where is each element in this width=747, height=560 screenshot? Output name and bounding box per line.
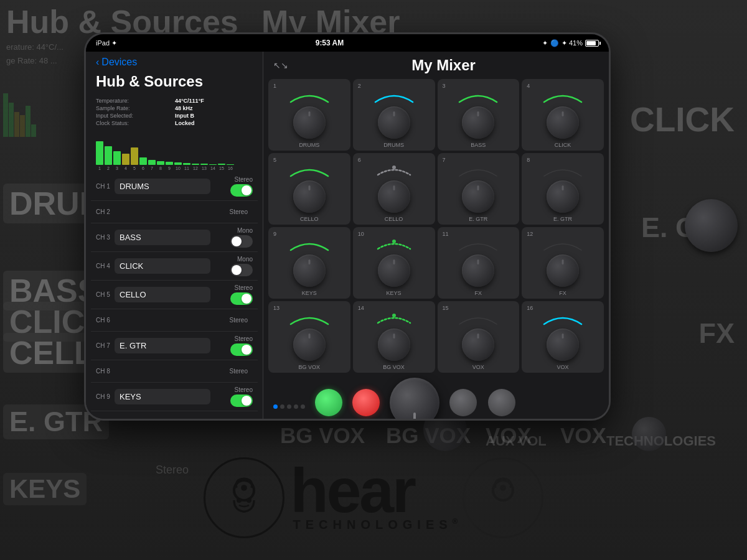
knob-1[interactable] bbox=[293, 106, 326, 139]
meter-bar-10 bbox=[174, 162, 182, 165]
mixer-channel-11[interactable]: 11 FX bbox=[438, 227, 520, 299]
ch-name-2[interactable]: BASS bbox=[115, 230, 210, 245]
meter-num-4: 4 bbox=[122, 166, 129, 170]
mixer-channel-1[interactable]: 1 DRUMS bbox=[268, 79, 350, 151]
knob-10[interactable] bbox=[378, 254, 410, 287]
ch-num-3: 3 bbox=[443, 83, 446, 89]
dot-2 bbox=[280, 404, 284, 409]
aux-vol-control[interactable]: AUX VOL bbox=[390, 378, 439, 419]
back-label[interactable]: Devices bbox=[101, 57, 137, 68]
ch-toggle-3[interactable] bbox=[230, 264, 253, 276]
arc-4 bbox=[542, 91, 584, 103]
intercom-label: INTERCOM bbox=[487, 418, 517, 419]
meter-bar-15 bbox=[218, 164, 225, 165]
pan-button[interactable] bbox=[315, 389, 342, 416]
ch-name-label-8: E. GTR bbox=[553, 216, 572, 222]
dot-3 bbox=[287, 404, 291, 409]
intercom-control[interactable]: INTERCOM bbox=[487, 389, 517, 419]
ch-name-0[interactable]: DRUMS bbox=[115, 179, 210, 194]
ch-num-8: 8 bbox=[527, 157, 530, 163]
mixer-channel-8[interactable]: 8 E. GTR bbox=[522, 153, 604, 225]
mixer-channel-3[interactable]: 3 BASS bbox=[438, 79, 520, 151]
ch-name-3[interactable]: CLICK bbox=[115, 258, 210, 274]
status-time: 9:53 AM bbox=[316, 39, 344, 47]
mixer-channel-5[interactable]: 5 CELLO bbox=[268, 153, 350, 225]
mixer-channel-15[interactable]: 15 VOX bbox=[438, 301, 520, 373]
meter-num-2: 2 bbox=[105, 166, 112, 170]
knob-5[interactable] bbox=[293, 180, 326, 213]
meter-bar-13 bbox=[200, 164, 208, 165]
knob-14[interactable] bbox=[378, 329, 410, 361]
dot-indicators bbox=[273, 404, 305, 409]
mixer-channel-9[interactable]: 9 KEYS bbox=[268, 227, 350, 299]
dot-5 bbox=[301, 404, 305, 409]
ch-name-6[interactable]: E. GTR bbox=[115, 338, 210, 353]
knob-16[interactable] bbox=[547, 329, 579, 361]
meter-bar-11 bbox=[183, 163, 190, 165]
preset-button[interactable] bbox=[449, 389, 477, 416]
knob-4[interactable] bbox=[547, 106, 579, 139]
mixer-channel-10[interactable]: 10 KEYS bbox=[353, 227, 435, 299]
ch-num-1: 1 bbox=[273, 83, 276, 89]
mixer-channel-7[interactable]: 7 E. GTR bbox=[438, 153, 520, 225]
preset-control[interactable]: PRESET bbox=[449, 389, 477, 419]
knob-2[interactable] bbox=[378, 106, 410, 139]
knob-15[interactable] bbox=[462, 329, 494, 361]
intercom-button[interactable] bbox=[488, 389, 515, 416]
mixer-channel-12[interactable]: 12 FX bbox=[522, 227, 604, 299]
channel-item-click[interactable]: CH 4 CLICK Mono bbox=[91, 252, 258, 281]
meter-bar-14 bbox=[209, 164, 217, 165]
aux-control[interactable]: AUX bbox=[352, 389, 380, 419]
ch-name-label-3: BASS bbox=[471, 142, 486, 148]
left-panel: ‹ Devices Hub & Sources Temperature: 44°… bbox=[86, 52, 263, 419]
knob-7[interactable] bbox=[462, 180, 494, 213]
knob-8[interactable] bbox=[547, 180, 579, 213]
channel-empty-8: CH 8Stereo bbox=[91, 360, 258, 383]
channel-item-e.gtr[interactable]: CH 7 E. GTR Stereo bbox=[91, 332, 258, 360]
mixer-channel-6[interactable]: 6 CELLO bbox=[353, 153, 435, 225]
mixer-bottom: PAN AUX AUX VOL PRESET INTERCOM bbox=[263, 373, 609, 419]
ch-num-16: 16 bbox=[527, 305, 533, 311]
meter-bar-16 bbox=[227, 164, 234, 165]
preset-label: PRESET bbox=[452, 418, 474, 419]
ch-toggle-2[interactable] bbox=[230, 235, 253, 248]
ch-toggle-4[interactable] bbox=[230, 292, 253, 305]
knob-9[interactable] bbox=[293, 254, 326, 287]
ch-name-8[interactable]: KEYS bbox=[115, 389, 210, 404]
aux-vol-knob[interactable] bbox=[390, 378, 439, 419]
mixer-channel-2[interactable]: 2 DRUMS bbox=[353, 79, 435, 151]
dot-1 bbox=[273, 404, 278, 409]
meter-num-10: 10 bbox=[174, 166, 182, 170]
status-right: ✦ 🔵 ✦ 41% bbox=[542, 39, 599, 47]
ch-toggle-0[interactable] bbox=[230, 184, 253, 197]
channel-item-drums[interactable]: CH 1 DRUMS Stereo bbox=[91, 172, 258, 201]
mixer-channel-14[interactable]: 14 BG VOX bbox=[353, 301, 435, 373]
expand-icon[interactable]: ↖↘ bbox=[273, 60, 288, 70]
arc-2 bbox=[373, 91, 415, 103]
knob-11[interactable] bbox=[462, 254, 494, 287]
knob-3[interactable] bbox=[462, 106, 494, 139]
channel-item-keys[interactable]: CH 9 KEYS Stereo bbox=[91, 383, 258, 411]
knob-12[interactable] bbox=[547, 254, 579, 287]
svg-point-3 bbox=[241, 485, 247, 491]
knob-13[interactable] bbox=[293, 329, 326, 361]
aux-button[interactable] bbox=[352, 389, 380, 416]
channel-item-bass[interactable]: CH 3 BASS Mono bbox=[91, 223, 258, 252]
mixer-channel-16[interactable]: 16 VOX bbox=[522, 301, 604, 373]
bg-fx-right: FX bbox=[698, 317, 735, 350]
knob-6[interactable] bbox=[378, 180, 410, 213]
back-arrow-icon[interactable]: ‹ bbox=[96, 57, 99, 68]
ch-toggle-6[interactable] bbox=[230, 343, 253, 356]
svg-point-6 bbox=[392, 166, 396, 169]
ch-name-4[interactable]: CELLO bbox=[115, 287, 210, 302]
ch-toggle-8[interactable] bbox=[230, 394, 253, 407]
ch-num-2: 2 bbox=[358, 83, 361, 89]
channel-item-cello[interactable]: CH 5 CELLO Stereo bbox=[91, 281, 258, 309]
svg-point-5 bbox=[500, 485, 507, 491]
pan-label: PAN bbox=[323, 418, 334, 419]
meter-num-12: 12 bbox=[192, 166, 199, 170]
meter-bar-4 bbox=[122, 154, 129, 165]
mixer-channel-13[interactable]: 13 BG VOX bbox=[268, 301, 350, 373]
pan-control[interactable]: PAN bbox=[315, 389, 342, 419]
mixer-channel-4[interactable]: 4 CLICK bbox=[522, 79, 604, 151]
